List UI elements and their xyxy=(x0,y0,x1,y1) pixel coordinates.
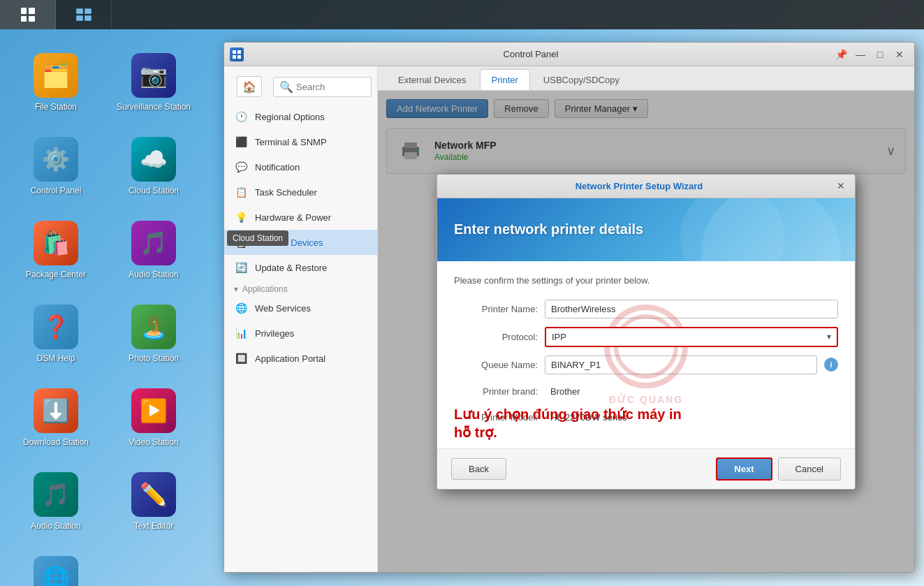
cp-close-btn[interactable]: ✕ xyxy=(890,47,909,62)
sidebar-item-terminal-snmp[interactable]: ⬛ Terminal & SNMP xyxy=(224,129,377,154)
window-icon xyxy=(76,8,91,21)
printer-brand-label: Printer brand: xyxy=(454,386,538,397)
web-services-icon: 🌐 xyxy=(234,301,248,315)
wizard-header-title: Enter network printer details xyxy=(454,221,643,237)
sidebar-item-regional-options[interactable]: 🕐 Regional Options xyxy=(224,104,377,129)
wizard-body: ĐỨC QUANG Please confirm the settings of… xyxy=(437,261,855,448)
sidebar-item-privileges[interactable]: 📊 Privileges xyxy=(224,321,377,346)
surveillance-icon: 📷 xyxy=(131,53,176,98)
audio-station-2-icon: 🎵 xyxy=(34,472,78,517)
desktop-icon-download-station[interactable]: ⬇️ Download Station xyxy=(7,379,105,462)
package-center-label: Package Center xyxy=(26,270,86,281)
next-button[interactable]: Next xyxy=(716,457,772,481)
tab-printer[interactable]: Printer xyxy=(480,69,530,90)
queue-name-row: Queue Name: i xyxy=(454,356,838,374)
notification-icon: 💬 xyxy=(234,160,248,174)
protocol-label: Protocol: xyxy=(454,332,538,342)
audio-station-label: Audio Station xyxy=(129,270,178,281)
hardware-power-icon: 💡 xyxy=(234,210,248,224)
wizard-close-btn[interactable]: ✕ xyxy=(834,179,848,193)
cp-content: Add Network Printer Remove Printer Manag… xyxy=(378,91,914,572)
sidebar-item-application-portal[interactable]: 🔲 Application Portal xyxy=(224,346,377,371)
regional-options-icon: 🕐 xyxy=(234,110,248,124)
applications-collapse-icon[interactable]: ▾ xyxy=(234,284,238,294)
text-editor-label: Text Editor xyxy=(134,521,174,532)
wizard-footer: Back Next Cancel xyxy=(437,448,855,489)
cloud-sync-icon: 🌐 xyxy=(34,556,78,586)
desktop-icon-dsm-help[interactable]: ❓ DSM Help xyxy=(7,295,105,379)
desktop-icon-package-center[interactable]: 🛍️ Package Center xyxy=(7,211,105,295)
desktop-icon-cloud-sync[interactable]: 🌐 Cloud Sync xyxy=(7,546,105,586)
cloud-station-tooltip: Cloud Station xyxy=(227,230,288,246)
audio-station-2-label: Audio Station xyxy=(31,521,80,532)
sidebar-item-web-services[interactable]: 🌐 Web Services xyxy=(224,295,377,321)
cp-pin-btn[interactable]: 📌 xyxy=(832,47,850,62)
dsm-help-icon: ❓ xyxy=(34,305,78,349)
desktop-icon-audio-station[interactable]: 🎵 Audio Station xyxy=(105,211,203,295)
cp-title: Control Panel xyxy=(230,49,832,59)
cancel-button[interactable]: Cancel xyxy=(778,457,841,481)
cp-body: 🏠 🔍 🕐 Regional Options ⬛ Terminal & SNMP… xyxy=(224,66,914,572)
control-panel-label: Control Panel xyxy=(31,186,82,197)
desktop-icon-surveillance[interactable]: 📷 Surveillance Station xyxy=(105,43,203,127)
desktop-icon-cloud-station[interactable]: ☁️ Cloud Station Cloud Station xyxy=(105,127,203,211)
printer-brand-row: Printer brand: Brother xyxy=(454,383,838,400)
protocol-select-wrapper: IPP RAW LPR ▾ xyxy=(545,327,838,347)
sidebar-item-hardware-power[interactable]: 💡 Hardware & Power xyxy=(224,205,377,230)
cp-minimize-btn[interactable]: — xyxy=(851,47,870,62)
text-editor-icon: ✏️ xyxy=(131,472,176,517)
desktop-icon-file-station[interactable]: 🗂️ File Station xyxy=(7,43,105,127)
protocol-select[interactable]: IPP RAW LPR xyxy=(546,328,837,346)
control-panel-titlebar: Control Panel 📌 — □ ✕ xyxy=(224,43,914,66)
video-station-label: Video Station xyxy=(129,437,178,448)
taskbar xyxy=(0,0,924,29)
cp-main: External Devices Printer USBCopy/SDCopy … xyxy=(378,66,914,572)
wizard-title: Network Printer Setup Wizard xyxy=(444,181,834,191)
cloud-station-label: Cloud Station xyxy=(129,186,179,197)
desktop-icon-control-panel[interactable]: ⚙️ Control Panel xyxy=(7,127,105,211)
photo-station-label: Photo Station xyxy=(129,353,179,365)
download-station-icon: ⬇️ xyxy=(34,388,78,433)
privileges-icon: 📊 xyxy=(234,326,248,340)
file-station-label: File Station xyxy=(35,102,77,113)
protocol-row: Protocol: IPP RAW LPR ▾ xyxy=(454,327,838,347)
wizard-titlebar: Network Printer Setup Wizard ✕ xyxy=(437,175,855,198)
dsm-help-label: DSM Help xyxy=(37,353,75,365)
cp-maximize-btn[interactable]: □ xyxy=(871,47,889,62)
printer-name-row: Printer Name: xyxy=(454,300,838,318)
printer-name-input[interactable] xyxy=(545,300,838,318)
terminal-icon: ⬛ xyxy=(234,135,248,149)
wizard-overlay: Network Printer Setup Wizard ✕ Enter net… xyxy=(378,91,914,572)
queue-name-input[interactable] xyxy=(545,356,817,374)
sidebar-item-notification[interactable]: 💬 Notification xyxy=(224,154,377,180)
printer-name-label: Printer Name: xyxy=(454,304,538,314)
cp-tabs: External Devices Printer USBCopy/SDCopy xyxy=(378,66,914,91)
wizard-description: Please confirm the settings of your prin… xyxy=(454,275,838,286)
cp-sidebar: 🏠 🔍 🕐 Regional Options ⬛ Terminal & SNMP… xyxy=(224,66,378,572)
video-station-icon: ▶️ xyxy=(131,388,176,433)
desktop-icon-text-editor[interactable]: ✏️ Text Editor xyxy=(105,462,203,546)
search-input[interactable] xyxy=(296,82,365,92)
wizard-footer-right: Next Cancel xyxy=(716,457,841,481)
surveillance-label: Surveillance Station xyxy=(117,102,191,113)
sidebar-item-task-scheduler[interactable]: 📋 Task Scheduler xyxy=(224,180,377,205)
tab-external-devices[interactable]: External Devices xyxy=(386,69,478,90)
taskbar-btn-grid[interactable] xyxy=(0,0,56,29)
taskbar-btn-window[interactable] xyxy=(56,0,112,29)
back-button[interactable]: Back xyxy=(451,458,506,480)
sidebar-search[interactable]: 🔍 xyxy=(273,77,372,97)
queue-info-btn[interactable]: i xyxy=(824,358,838,372)
application-portal-icon: 🔲 xyxy=(234,351,248,365)
download-station-label: Download Station xyxy=(23,437,89,448)
sidebar-home-btn[interactable]: 🏠 xyxy=(237,76,262,97)
wizard-header: Enter network printer details xyxy=(437,198,855,261)
desktop-icon-video-station[interactable]: ▶️ Video Station xyxy=(105,379,203,462)
task-scheduler-icon: 📋 xyxy=(234,185,248,199)
tab-usbcopy[interactable]: USBCopy/SDCopy xyxy=(531,69,631,90)
audio-station-icon: 🎵 xyxy=(131,221,176,265)
sidebar-item-update-restore[interactable]: 🔄 Update & Restore xyxy=(224,255,377,280)
desktop-icon-photo-station[interactable]: 🏝️ Photo Station xyxy=(105,295,203,379)
applications-section: ▾ Applications xyxy=(224,280,377,295)
desktop-icon-audio-station-2[interactable]: 🎵 Audio Station xyxy=(7,462,105,546)
desktop: 🗂️ File Station 📷 Surveillance Station ⚙… xyxy=(0,29,210,586)
